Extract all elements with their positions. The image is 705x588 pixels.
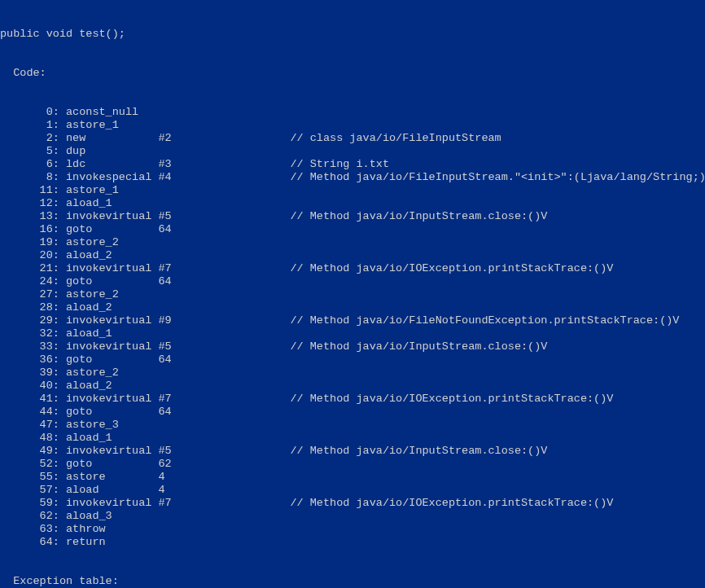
bytecode-line: 41: invokevirtual #7 // Method java/io/I… xyxy=(0,393,705,406)
bytecode-line: 28: aload_2 xyxy=(0,301,705,314)
bytecode-line: 57: aload 4 xyxy=(0,484,705,497)
bytecode-line: 8: invokespecial #4 // Method java/io/Fi… xyxy=(0,171,705,184)
terminal-output: public void test(); Code: 0: aconst_null… xyxy=(0,0,705,588)
bytecode-line: 39: astore_2 xyxy=(0,366,705,380)
bytecode-line: 63: athrow xyxy=(0,523,705,536)
bytecode-line: 64: return xyxy=(0,536,705,549)
bytecode-line: 32: aload_1 xyxy=(0,327,705,340)
bytecode-line: 13: invokevirtual #5 // Method java/io/I… xyxy=(0,210,705,223)
bytecode-line: 48: aload_1 xyxy=(0,432,705,445)
bytecode-line: 19: astore_2 xyxy=(0,236,705,249)
bytecode-line: 59: invokevirtual #7 // Method java/io/I… xyxy=(0,497,705,510)
bytecode-line: 62: aload_3 xyxy=(0,510,705,523)
bytecode-line: 49: invokevirtual #5 // Method java/io/I… xyxy=(0,445,705,458)
bytecode-line: 40: aload_2 xyxy=(0,380,705,393)
method-signature: public void test(); xyxy=(0,28,705,41)
bytecode-line: 27: astore_2 xyxy=(0,288,705,301)
bytecode-instructions: 0: aconst_null 1: astore_1 2: new #2 // … xyxy=(0,106,705,549)
bytecode-line: 6: ldc #3 // String i.txt xyxy=(0,158,705,171)
bytecode-line: 16: goto 64 xyxy=(0,223,705,236)
bytecode-line: 0: aconst_null xyxy=(0,106,705,119)
bytecode-line: 2: new #2 // class java/io/FileInputStre… xyxy=(0,132,705,145)
bytecode-line: 36: goto 64 xyxy=(0,353,705,366)
bytecode-line: 5: dup xyxy=(0,145,705,158)
bytecode-line: 12: aload_1 xyxy=(0,197,705,210)
bytecode-line: 55: astore 4 xyxy=(0,471,705,484)
bytecode-line: 44: goto 64 xyxy=(0,406,705,419)
exception-table-label: Exception table: xyxy=(0,575,705,588)
bytecode-line: 21: invokevirtual #7 // Method java/io/I… xyxy=(0,262,705,275)
bytecode-line: 1: astore_1 xyxy=(0,119,705,132)
bytecode-line: 47: astore_3 xyxy=(0,419,705,432)
bytecode-line: 20: aload_2 xyxy=(0,249,705,262)
bytecode-line: 33: invokevirtual #5 // Method java/io/I… xyxy=(0,340,705,353)
bytecode-line: 24: goto 64 xyxy=(0,275,705,288)
code-label: Code: xyxy=(0,67,705,80)
bytecode-line: 29: invokevirtual #9 // Method java/io/F… xyxy=(0,314,705,327)
bytecode-line: 52: goto 62 xyxy=(0,458,705,471)
bytecode-line: 11: astore_1 xyxy=(0,184,705,197)
